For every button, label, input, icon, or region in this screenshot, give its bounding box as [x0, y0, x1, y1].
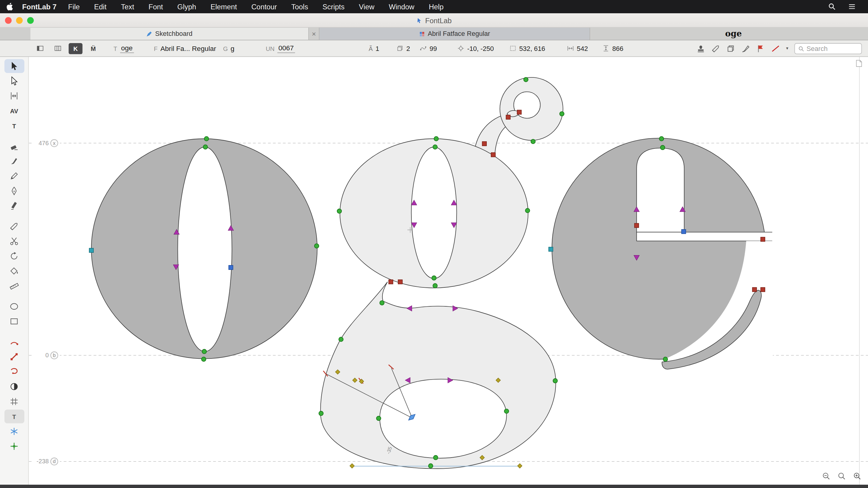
tool-contrast[interactable] [4, 380, 24, 393]
matchmaker-toggle[interactable]: M̈ [87, 43, 100, 54]
metrics-panel-toggle[interactable] [51, 43, 65, 54]
tool-kerning[interactable]: AV [4, 104, 24, 118]
tab-font-abril-fatface[interactable]: Abril Fatface Regular [319, 28, 590, 40]
tool-power-brush[interactable] [4, 350, 24, 364]
tool-pencil[interactable] [4, 169, 24, 183]
glyph-e-bar-slit[interactable] [637, 232, 772, 241]
selected-node[interactable] [389, 280, 393, 284]
curve-node[interactable] [319, 411, 323, 416]
curve-node[interactable] [339, 337, 343, 341]
extreme-node[interactable] [549, 247, 553, 251]
tool-fill[interactable] [4, 264, 24, 278]
glyph-e-eye-counter[interactable] [637, 148, 684, 232]
tool-metrics[interactable] [4, 89, 24, 103]
menu-item-window[interactable]: Window [381, 2, 422, 11]
selected-node[interactable] [761, 237, 765, 241]
selected-node[interactable] [634, 224, 639, 228]
stamp-tool-icon[interactable] [696, 44, 705, 53]
tool-match-tool[interactable] [4, 440, 24, 453]
curve-node[interactable] [524, 77, 528, 82]
corner-node[interactable] [681, 230, 686, 234]
zoom-out-icon[interactable] [822, 472, 831, 481]
handle-node[interactable] [451, 200, 457, 205]
glyph-o-contour[interactable] [91, 138, 317, 358]
stroke-color-swatch[interactable] [771, 44, 780, 53]
curve-node[interactable] [380, 301, 384, 305]
spotlight-search-icon[interactable] [828, 3, 836, 10]
curve-node[interactable] [432, 275, 436, 280]
glyph-g-bowl-contour[interactable] [340, 138, 528, 288]
app-menu[interactable]: FontLab 7 [22, 2, 56, 11]
menu-item-contour[interactable]: Contour [244, 2, 284, 11]
swatch-dropdown-caret[interactable]: ▾ [786, 46, 788, 51]
curve-node[interactable] [560, 112, 564, 116]
search-box[interactable] [795, 43, 862, 54]
tool-rectangle-tool[interactable] [4, 315, 24, 328]
search-input[interactable] [807, 45, 856, 53]
tool-brush[interactable] [4, 154, 24, 168]
duplicate-icon[interactable] [726, 44, 735, 53]
curve-node[interactable] [663, 357, 668, 361]
selected-node[interactable] [482, 141, 487, 146]
control-point-node[interactable] [350, 464, 354, 468]
knife-quick-icon[interactable] [711, 44, 720, 53]
tool-eraser[interactable] [4, 139, 24, 153]
curve-node[interactable] [531, 139, 535, 144]
tool-ruler[interactable] [4, 279, 24, 293]
curve-node[interactable] [376, 416, 381, 421]
glyph-g-loop-contour[interactable] [320, 282, 556, 469]
curve-node[interactable] [660, 145, 665, 150]
glyph-canvas[interactable]: 476x0b-238d [29, 57, 868, 485]
menu-item-file[interactable]: File [61, 2, 87, 11]
handle-node[interactable] [411, 200, 417, 205]
curve-node[interactable] [434, 136, 438, 141]
mask-layer-toggle[interactable]: K [69, 43, 83, 54]
menu-item-edit[interactable]: Edit [87, 2, 114, 11]
tool-snap-suggest[interactable] [4, 424, 24, 438]
tool-knife[interactable] [4, 219, 24, 233]
tool-arc-tool[interactable] [4, 335, 24, 349]
menu-item-help[interactable]: Help [422, 2, 451, 11]
extreme-node[interactable] [89, 248, 93, 253]
selected-node[interactable] [761, 287, 765, 292]
curve-node[interactable] [433, 284, 437, 288]
curve-node[interactable] [429, 464, 433, 468]
handle-node[interactable] [451, 223, 457, 228]
tool-glyph-cell[interactable]: T [4, 410, 24, 423]
curve-node[interactable] [553, 379, 558, 383]
corner-node[interactable] [229, 265, 233, 270]
curve-node[interactable] [337, 209, 342, 213]
glyph-g-ear-spiral[interactable] [500, 77, 563, 140]
tool-ellipse-tool[interactable] [4, 299, 24, 313]
flag-icon[interactable] [756, 44, 765, 53]
measure-handle[interactable] [407, 415, 416, 420]
menu-item-element[interactable]: Element [204, 2, 244, 11]
apple-menu-icon[interactable] [7, 3, 13, 10]
handle-node[interactable] [411, 223, 417, 228]
curve-node[interactable] [314, 244, 319, 248]
unicode-input[interactable]: 0067 [277, 44, 295, 53]
curve-node[interactable] [433, 455, 438, 460]
tool-tunni-lines[interactable] [4, 365, 24, 379]
curve-node[interactable] [504, 409, 509, 414]
selected-node[interactable] [491, 153, 495, 157]
font-name-select[interactable]: Abril Fa... Regular [160, 44, 216, 53]
tool-select[interactable] [4, 59, 24, 73]
tool-direct-select[interactable] [4, 74, 24, 88]
curve-node[interactable] [433, 145, 437, 150]
curve-node[interactable] [203, 145, 208, 150]
glyph-name-input[interactable]: g [230, 44, 235, 53]
selected-node[interactable] [517, 110, 521, 114]
curve-node[interactable] [202, 357, 206, 361]
selected-node[interactable] [398, 280, 402, 284]
menu-item-tools[interactable]: Tools [284, 2, 315, 11]
tool-grid-tool[interactable] [4, 395, 24, 409]
zoom-in-icon[interactable] [853, 472, 861, 481]
tab-sketchboard[interactable]: Sketchboard [30, 28, 309, 40]
tool-pen[interactable] [4, 184, 24, 198]
selected-node[interactable] [752, 287, 756, 292]
ink-pen-icon[interactable] [741, 44, 750, 53]
tool-rapid-pen[interactable] [4, 199, 24, 213]
curve-node[interactable] [204, 136, 209, 141]
curve-node[interactable] [525, 208, 530, 213]
